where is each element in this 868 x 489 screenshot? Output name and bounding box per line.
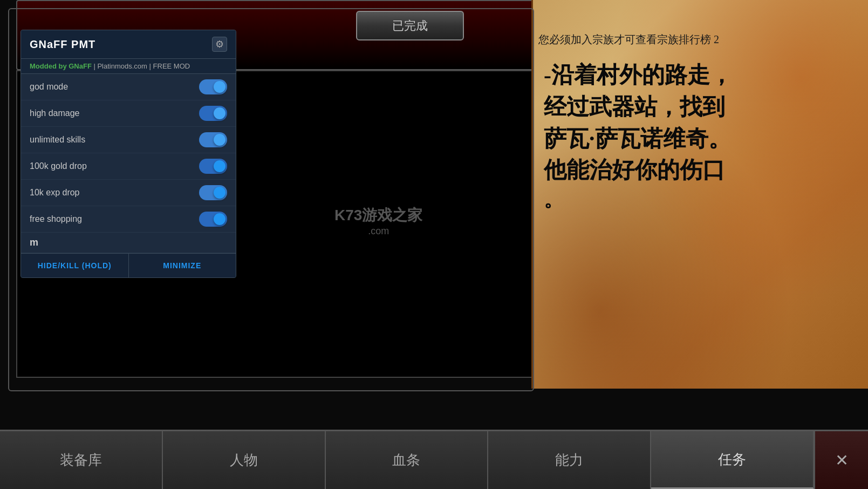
bottom-navigation: 装备库人物血条能力任务 ✕ <box>0 430 868 489</box>
nav-btn-血条[interactable]: 血条 <box>326 431 489 489</box>
toggle-0[interactable] <box>199 79 227 94</box>
right-panel: 您必须加入宗族才可查看宗族排行榜 2 -沿着村外的路走， 经过武器站，找到 萨瓦… <box>531 0 868 389</box>
quest-dot: 。 <box>544 186 857 213</box>
pmt-item-label-1: high damage <box>30 108 80 118</box>
site-label: Platinmods.com <box>97 62 147 70</box>
gear-button[interactable]: ⚙ <box>212 37 227 52</box>
close-nav-button[interactable]: ✕ <box>814 431 868 489</box>
nav-btn-装备库[interactable]: 装备库 <box>0 431 163 489</box>
gear-icon: ⚙ <box>215 38 224 50</box>
pmt-actions: HIDE/KILL (HOLD) MINIMIZE <box>21 253 236 277</box>
pmt-subtitle: Modded by GNaFF | Platinmods.com | FREE … <box>21 59 236 74</box>
nav-items: 装备库人物血条能力任务 <box>0 431 814 489</box>
completed-button[interactable]: 已完成 <box>356 11 464 40</box>
pmt-item-label-3: 100k gold drop <box>30 161 87 171</box>
toggle-5[interactable] <box>199 212 227 227</box>
quest-line1: -沿着村外的路走， <box>544 59 857 91</box>
watermark-com: .com <box>334 226 422 237</box>
nav-btn-任务[interactable]: 任务 <box>651 431 814 489</box>
completed-label: 已完成 <box>392 18 428 34</box>
watermark: K73游戏之家 .com <box>334 205 422 237</box>
pmt-header: GNaFF PMT ⚙ <box>21 30 236 59</box>
free-mod-label: FREE MOD <box>153 62 190 70</box>
toggle-4[interactable] <box>199 185 227 200</box>
minimize-button[interactable]: MINIMIZE <box>129 254 236 277</box>
pmt-item-label-0: god mode <box>30 82 68 92</box>
nav-label-0: 装备库 <box>60 451 102 470</box>
nav-label-3: 能力 <box>555 451 583 470</box>
watermark-brand: K73游戏之家 <box>334 205 422 226</box>
watermark-brand-text: K73 <box>334 207 362 223</box>
nav-label-2: 血条 <box>392 451 420 470</box>
quest-line4: 他能治好你的伤口 <box>544 154 857 186</box>
toggle-1[interactable] <box>199 106 227 121</box>
pmt-title: GNaFF PMT <box>30 38 95 51</box>
pmt-item-label-4: 10k exp drop <box>30 188 80 198</box>
close-icon: ✕ <box>835 451 849 470</box>
pmt-item-2: unlimited skills <box>21 127 236 153</box>
pmt-item-0: god mode <box>21 74 236 100</box>
toggle-3[interactable] <box>199 159 227 174</box>
nav-btn-能力[interactable]: 能力 <box>488 431 651 489</box>
pmt-item-label-2: unlimited skills <box>30 135 85 145</box>
pmt-item-4: 10k exp drop <box>21 180 236 206</box>
nav-label-1: 人物 <box>230 451 258 470</box>
nav-btn-人物[interactable]: 人物 <box>163 431 326 489</box>
pmt-items-list: god mode high damage unlimited skills 10… <box>21 74 236 233</box>
pmt-panel: GNaFF PMT ⚙ Modded by GNaFF | Platinmods… <box>20 30 236 278</box>
quest-line3: 萨瓦·萨瓦诺维奇。 <box>544 123 857 155</box>
pmt-item-label-5: free shopping <box>30 214 82 224</box>
pmt-item-5: free shopping <box>21 206 236 233</box>
modded-by-label: Modded by GNaFF <box>30 62 92 70</box>
pmt-item-3: 100k gold drop <box>21 153 236 180</box>
clan-notice: 您必须加入宗族才可查看宗族排行榜 2 <box>538 32 863 47</box>
quest-line2: 经过武器站，找到 <box>544 91 857 123</box>
nav-label-4: 任务 <box>718 450 746 469</box>
quest-text: -沿着村外的路走， 经过武器站，找到 萨瓦·萨瓦诺维奇。 他能治好你的伤口 。 <box>544 59 857 214</box>
hide-kill-button[interactable]: HIDE/KILL (HOLD) <box>21 254 129 277</box>
pmt-extra-label: m <box>30 237 38 248</box>
pmt-extra-item: m <box>21 233 236 253</box>
toggle-2[interactable] <box>199 132 227 147</box>
pmt-item-1: high damage <box>21 100 236 127</box>
